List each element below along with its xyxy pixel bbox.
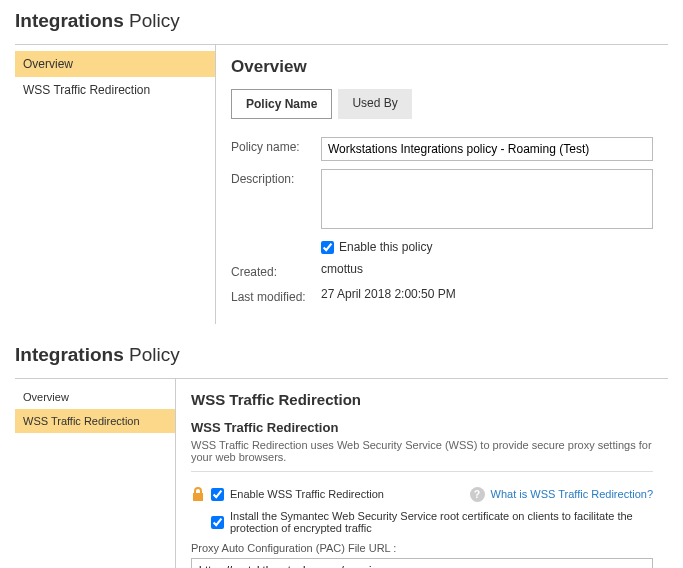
- sidebar-item-overview-2[interactable]: Overview: [15, 385, 175, 409]
- policy-name-input[interactable]: [321, 137, 653, 161]
- sidebar-item-wss-2[interactable]: WSS Traffic Redirection: [15, 409, 175, 433]
- enable-policy-checkbox[interactable]: [321, 241, 334, 254]
- created-label: Created:: [231, 262, 321, 279]
- install-cert-label: Install the Symantec Web Security Servic…: [230, 510, 653, 534]
- help-icon: ?: [470, 487, 485, 502]
- panel-overview: Integrations Policy Overview WSS Traffic…: [0, 0, 683, 334]
- sidebar-2: Overview WSS Traffic Redirection: [15, 379, 175, 568]
- pac-url-input[interactable]: [191, 558, 653, 568]
- pac-label: Proxy Auto Configuration (PAC) File URL …: [191, 542, 653, 554]
- tab-policy-name[interactable]: Policy Name: [231, 89, 332, 119]
- panel-wss: Integrations Policy Overview WSS Traffic…: [0, 334, 683, 568]
- created-value: cmottus: [321, 262, 653, 276]
- description-label: Description:: [231, 169, 321, 186]
- enable-policy-label: Enable this policy: [339, 240, 432, 254]
- modified-label: Last modified:: [231, 287, 321, 304]
- overview-heading: Overview: [231, 57, 653, 77]
- enable-wss-label: Enable WSS Traffic Redirection: [230, 488, 384, 500]
- page-title: Integrations Policy: [15, 10, 668, 32]
- sidebar: Overview WSS Traffic Redirection: [15, 45, 215, 324]
- policy-name-label: Policy name:: [231, 137, 321, 154]
- description-input[interactable]: [321, 169, 653, 229]
- lock-icon: [191, 486, 205, 502]
- main-wss: WSS Traffic Redirection WSS Traffic Redi…: [175, 379, 668, 568]
- tab-used-by[interactable]: Used By: [338, 89, 411, 119]
- help-link[interactable]: What is WSS Traffic Redirection?: [491, 488, 653, 500]
- sidebar-item-wss[interactable]: WSS Traffic Redirection: [15, 77, 215, 103]
- sidebar-item-overview[interactable]: Overview: [15, 51, 215, 77]
- main-overview: Overview Policy Name Used By Policy name…: [215, 45, 668, 324]
- enable-wss-checkbox[interactable]: [211, 488, 224, 501]
- page-title-2: Integrations Policy: [15, 344, 668, 366]
- wss-sub-heading: WSS Traffic Redirection: [191, 420, 653, 435]
- modified-value: 27 April 2018 2:00:50 PM: [321, 287, 653, 301]
- wss-sub-desc: WSS Traffic Redirection uses Web Securit…: [191, 439, 653, 463]
- wss-heading: WSS Traffic Redirection: [191, 391, 653, 408]
- install-cert-checkbox[interactable]: [211, 516, 224, 529]
- tabs: Policy Name Used By: [231, 89, 653, 119]
